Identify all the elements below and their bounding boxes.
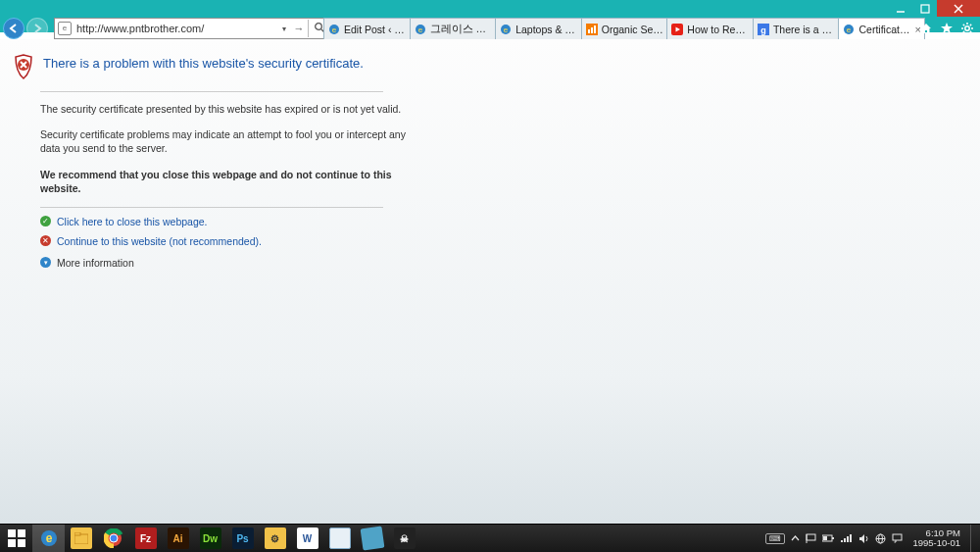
tab-label: Organic Search Tr... xyxy=(602,24,664,35)
taskbar-illustrator[interactable]: Ai xyxy=(162,525,194,553)
svg-text:e: e xyxy=(417,25,422,34)
svg-text:e: e xyxy=(332,25,337,34)
svg-rect-32 xyxy=(18,529,25,537)
star-icon[interactable] xyxy=(939,22,954,36)
tab-youtube[interactable]: How to Remove S... xyxy=(666,18,754,39)
continue-row: ✕ Continue to this website (not recommen… xyxy=(40,235,413,247)
url-input[interactable] xyxy=(74,20,278,37)
taskbar-apps: e Fz Ai Dw Ps ⚙ W ☠ xyxy=(32,525,420,552)
chevron-down-icon[interactable]: ▾ xyxy=(40,257,51,268)
start-button[interactable] xyxy=(0,525,32,552)
svg-rect-55 xyxy=(893,534,902,540)
show-desktop-button[interactable] xyxy=(970,525,977,553)
more-info-link[interactable]: More information xyxy=(57,257,134,269)
taskbar-dreamweaver[interactable]: Dw xyxy=(194,525,226,553)
google-icon: g xyxy=(757,23,770,36)
close-webpage-link[interactable]: Click here to close this webpage. xyxy=(57,216,208,227)
home-icon[interactable] xyxy=(918,22,933,36)
svg-rect-47 xyxy=(823,536,827,540)
taskbar-explorer[interactable] xyxy=(65,525,97,553)
taskbar-word[interactable]: W xyxy=(291,525,323,553)
tray-up-icon[interactable] xyxy=(791,534,800,543)
svg-rect-13 xyxy=(588,29,590,33)
analytics-icon xyxy=(585,23,599,36)
svg-rect-33 xyxy=(8,539,16,547)
url-field-wrapper: e ▾ → ▾ xyxy=(54,18,343,39)
shield-bad-icon: ✕ xyxy=(40,235,51,246)
taskbar-sticky[interactable] xyxy=(356,525,388,553)
close-webpage-row: ✓ Click here to close this webpage. xyxy=(40,216,413,227)
tab-laptops[interactable]: e Laptops & Deskto... xyxy=(495,18,582,39)
taskbar-autoruns[interactable]: ⚙ xyxy=(259,525,291,553)
tab-label: How to Remove S... xyxy=(687,24,750,35)
maximize-button[interactable] xyxy=(912,0,937,17)
cert-expired-text: The security certificate presented by th… xyxy=(40,102,413,116)
tab-label: 그레이스 한인교회 xyxy=(430,23,493,36)
cert-heading-row: There is a problem with this website's s… xyxy=(13,49,980,79)
action-center-icon[interactable] xyxy=(892,533,903,544)
tab-label: Edit Post ‹ P&T IT ... xyxy=(344,24,407,35)
svg-rect-48 xyxy=(841,540,843,542)
divider xyxy=(40,207,383,208)
taskbar-skull[interactable]: ☠ xyxy=(388,525,420,553)
taskbar-chrome[interactable] xyxy=(97,525,129,553)
svg-rect-31 xyxy=(8,529,16,537)
volume-icon[interactable] xyxy=(858,533,869,544)
address-bar: e ▾ → ▾ xyxy=(3,18,343,39)
taskbar: e Fz Ai Dw Ps ⚙ W ☠ ⌨ 6:10 PM 1995-10-01 xyxy=(0,524,980,552)
svg-rect-43 xyxy=(807,534,815,540)
cert-warning-text: Security certificate problems may indica… xyxy=(40,127,413,155)
svg-line-26 xyxy=(962,25,963,25)
continue-link[interactable]: Continue to this website (not recommende… xyxy=(57,235,262,247)
svg-point-4 xyxy=(316,24,322,30)
taskbar-notepad[interactable] xyxy=(323,525,356,553)
divider xyxy=(40,91,383,92)
wifi-icon[interactable] xyxy=(841,533,853,543)
svg-line-28 xyxy=(969,25,970,25)
back-button[interactable] xyxy=(3,18,24,39)
go-button[interactable]: → xyxy=(290,23,308,34)
cert-body: The security certificate presented by th… xyxy=(40,102,413,269)
tab-edit-post[interactable]: e Edit Post ‹ P&T IT ... xyxy=(323,18,411,39)
more-info-row: ▾ More information xyxy=(40,257,413,269)
flag-icon[interactable] xyxy=(806,533,816,544)
taskbar-photoshop[interactable]: Ps xyxy=(226,525,259,553)
tab-google[interactable]: g There is a proble... xyxy=(753,18,840,39)
window-chrome: e ▾ → ▾ e Edit Post ‹ P&T IT ... e 그레이스 … xyxy=(0,0,980,32)
shield-error-icon xyxy=(13,54,34,79)
system-tray: ⌨ 6:10 PM 1995-10-01 xyxy=(762,525,980,552)
cert-heading: There is a problem with this website's s… xyxy=(43,54,364,71)
svg-point-42 xyxy=(110,534,118,542)
url-dropdown-icon[interactable]: ▾ xyxy=(278,25,290,33)
minimize-button[interactable] xyxy=(888,0,912,17)
close-button[interactable] xyxy=(937,0,980,17)
tab-label: Laptops & Deskto... xyxy=(515,24,578,35)
forward-button[interactable] xyxy=(26,18,48,39)
battery-icon[interactable] xyxy=(822,534,835,543)
svg-text:e: e xyxy=(45,531,52,545)
ie-icon: e xyxy=(327,23,341,36)
taskbar-filezilla[interactable]: Fz xyxy=(129,525,162,553)
svg-line-27 xyxy=(969,31,970,32)
tab-grace-church[interactable]: e 그레이스 한인교회 xyxy=(410,18,497,39)
ie-icon: e xyxy=(842,23,856,36)
cert-recommend-text: We recommend that you close this webpage… xyxy=(40,168,413,195)
tab-cert-error[interactable]: e Certificate Erro... × xyxy=(838,18,925,39)
ie-icon: e xyxy=(414,23,427,36)
tab-strip: e Edit Post ‹ P&T IT ... e 그레이스 한인교회 e L… xyxy=(323,18,924,39)
page-content: There is a problem with this website's s… xyxy=(0,39,980,524)
page-icon: e xyxy=(58,22,72,35)
check-icon: ✓ xyxy=(40,216,51,226)
taskbar-ie[interactable]: e xyxy=(32,525,65,553)
svg-rect-34 xyxy=(18,539,25,547)
network-icon[interactable] xyxy=(875,533,886,544)
tab-label: Certificate Erro... xyxy=(858,24,911,35)
svg-line-29 xyxy=(962,31,963,32)
keyboard-icon[interactable]: ⌨ xyxy=(765,533,785,544)
tab-organic-search[interactable]: Organic Search Tr... xyxy=(581,18,668,39)
clock[interactable]: 6:10 PM 1995-10-01 xyxy=(908,528,964,548)
svg-point-21 xyxy=(964,26,968,30)
gear-icon[interactable] xyxy=(959,22,974,36)
svg-rect-15 xyxy=(594,25,596,33)
svg-text:e: e xyxy=(847,25,852,34)
